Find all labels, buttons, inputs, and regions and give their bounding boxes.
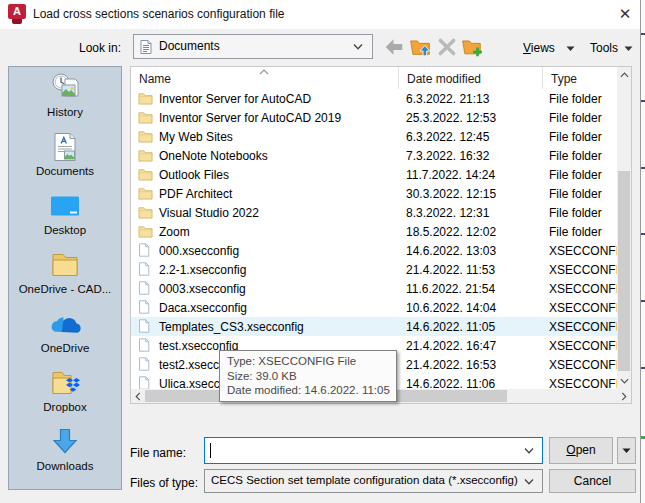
file-row[interactable]: 000.xsecconfig14.6.2022. 13:03XSECCONFIG… (131, 241, 617, 260)
open-button[interactable]: Open (549, 437, 613, 464)
documents-icon (49, 131, 81, 163)
folder-large-icon (49, 249, 81, 281)
files-of-type-label: Files of type: (130, 476, 198, 490)
file-name-input[interactable] (209, 440, 513, 462)
sidebar-item-label: History (47, 106, 83, 118)
file-type: XSECCONFIG File (542, 263, 617, 277)
sidebar-item-label: Documents (36, 165, 94, 177)
file-type: File folder (542, 92, 617, 106)
tools-menu[interactable]: Tools (590, 41, 618, 55)
chevron-down-icon[interactable] (524, 448, 534, 454)
sort-ascending-icon (259, 69, 269, 75)
file-name-label: File name: (130, 446, 186, 460)
downloads-icon (49, 426, 81, 458)
tools-caret-icon[interactable] (624, 46, 633, 52)
places-sidebar: HistoryDocumentsDesktopOneDrive - CAD...… (8, 66, 122, 490)
folder-icon (138, 186, 153, 201)
new-folder-icon[interactable] (461, 36, 484, 59)
file-name-cell: Templates_CS3.xsecconfig (131, 319, 398, 334)
file-row[interactable]: 0003.xsecconfig11.6.2022. 21:54XSECCONFI… (131, 279, 617, 298)
vertical-scrollbar[interactable] (617, 67, 631, 389)
sidebar-item-onedrive[interactable]: OneDrive (9, 308, 121, 367)
sidebar-item-label: OneDrive (41, 342, 90, 354)
history-icon (49, 72, 81, 104)
file-type: File folder (542, 111, 617, 125)
file-type: XSECCONFIG File (542, 358, 617, 372)
file-date: 21.4.2022. 16:47 (398, 339, 542, 353)
sidebar-item-onedrive-cad[interactable]: OneDrive - CAD... (9, 249, 121, 308)
file-date: 6.3.2022. 12:45 (398, 130, 542, 144)
file-name: Templates_CS3.xsecconfig (159, 320, 304, 334)
delete-icon[interactable] (436, 36, 459, 59)
file-row[interactable]: Inventor Server for AutoCAD 201925.3.202… (131, 108, 617, 127)
sidebar-item-label: Dropbox (43, 401, 86, 413)
file-name: 000.xsecconfig (159, 244, 239, 258)
folder-icon (138, 129, 153, 144)
file-name-cell: My Web Sites (131, 129, 398, 144)
views-caret-icon[interactable] (566, 46, 575, 52)
back-icon[interactable] (383, 36, 406, 59)
sidebar-item-downloads[interactable]: Downloads (9, 426, 121, 485)
files-of-type-select[interactable]: CECS Section set template configuration … (204, 469, 543, 493)
file-name: Outlook Files (159, 168, 229, 182)
close-icon[interactable]: ✕ (612, 2, 638, 26)
file-date: 7.3.2022. 16:32 (398, 149, 542, 163)
file-row[interactable]: Outlook Files11.7.2022. 14:24File folder (131, 165, 617, 184)
file-name-cell: 0003.xsecconfig (131, 281, 398, 296)
cancel-button[interactable]: Cancel (549, 469, 636, 493)
file-type: File folder (542, 130, 617, 144)
file-row[interactable]: PDF Architect30.3.2022. 12:15File folder (131, 184, 617, 203)
file-icon (138, 357, 153, 372)
file-icon (138, 338, 153, 353)
look-in-label: Look in: (79, 41, 121, 55)
file-row[interactable]: Visual Studio 20228.3.2022. 12:31File fo… (131, 203, 617, 222)
up-folder-icon[interactable] (409, 36, 432, 59)
folder-icon (138, 148, 153, 163)
file-date: 30.3.2022. 12:15 (398, 187, 542, 201)
sidebar-item-label: Desktop (44, 224, 86, 236)
sidebar-item-label: OneDrive - CAD... (19, 283, 112, 295)
file-type: XSECCONFIG File (542, 301, 617, 315)
file-type: File folder (542, 149, 617, 163)
file-name-cell: Outlook Files (131, 167, 398, 182)
file-date: 6.3.2022. 21:13 (398, 92, 542, 106)
file-row[interactable]: Zoom18.5.2022. 12:02File folder (131, 222, 617, 241)
column-header-date-modified[interactable]: Date modified (398, 67, 542, 89)
folder-icon (138, 224, 153, 239)
file-row[interactable]: Templates_CS3.xsecconfig14.6.2022. 11:05… (131, 317, 617, 336)
file-type: XSECCONFIG File (542, 339, 617, 353)
scroll-left-icon[interactable] (131, 388, 145, 404)
file-icon (138, 243, 153, 258)
scroll-right-icon[interactable] (617, 388, 631, 404)
file-row[interactable]: My Web Sites6.3.2022. 12:45File folder (131, 127, 617, 146)
tooltip-size: Size: 39.0 KB (227, 369, 389, 384)
folder-icon (138, 205, 153, 220)
views-menu[interactable]: Views (523, 41, 555, 55)
file-date: 18.5.2022. 12:02 (398, 225, 542, 239)
file-date: 11.6.2022. 21:54 (398, 282, 542, 296)
sidebar-item-documents[interactable]: Documents (9, 131, 121, 190)
file-row[interactable]: Daca.xsecconfig10.6.2022. 14:04XSECCONFI… (131, 298, 617, 317)
title-bar: A Load cross sections scenarios configur… (0, 0, 641, 29)
scroll-up-icon[interactable] (617, 67, 631, 83)
sidebar-item-desktop[interactable]: Desktop (9, 190, 121, 249)
file-date: 21.4.2022. 16:53 (398, 358, 542, 372)
file-name: PDF Architect (159, 187, 232, 201)
folder-icon (138, 167, 153, 182)
file-row[interactable]: 2.2-1.xsecconfig21.4.2022. 11:53XSECCONF… (131, 260, 617, 279)
vertical-scroll-thumb[interactable] (618, 171, 630, 371)
look-in-combobox[interactable]: Documents (133, 34, 373, 59)
file-type: File folder (542, 225, 617, 239)
file-icon (138, 262, 153, 277)
file-name: My Web Sites (159, 130, 233, 144)
file-name-cell: Visual Studio 2022 (131, 205, 398, 220)
file-date: 11.7.2022. 14:24 (398, 168, 542, 182)
open-split-dropdown[interactable] (617, 437, 636, 464)
column-header-type[interactable]: Type (542, 67, 617, 89)
sidebar-item-history[interactable]: History (9, 72, 121, 131)
sidebar-item-dropbox[interactable]: Dropbox (9, 367, 121, 426)
scroll-down-icon[interactable] (617, 373, 631, 389)
file-row[interactable]: OneNote Notebooks7.3.2022. 16:32File fol… (131, 146, 617, 165)
file-row[interactable]: Inventor Server for AutoCAD6.3.2022. 21:… (131, 89, 617, 108)
file-name-cell: PDF Architect (131, 186, 398, 201)
